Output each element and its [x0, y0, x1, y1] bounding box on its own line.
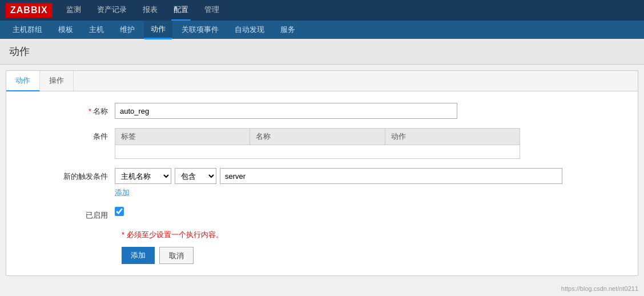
nav-item-admin[interactable]: 管理 — [202, 0, 222, 21]
enabled-checkbox[interactable] — [115, 207, 124, 216]
col-header-action: 动作 — [385, 129, 520, 145]
page-title: 动作 — [9, 45, 635, 58]
nav-item-monitor[interactable]: 监测 — [64, 0, 83, 21]
second-nav-templates[interactable]: 模板 — [51, 21, 80, 38]
button-row: 添加 取消 — [23, 247, 621, 264]
nav-item-reports[interactable]: 报表 — [140, 0, 160, 21]
enabled-control — [115, 207, 621, 216]
tab-bar: 动作 操作 — [6, 71, 638, 91]
col-header-tag: 标签 — [115, 129, 250, 145]
trigger-inputs: 主机名称 主机IP 主机元数据 包含 不包含 等于 — [115, 168, 621, 184]
conditions-empty-row — [115, 145, 520, 159]
second-nav-actions[interactable]: 动作 — [144, 21, 172, 39]
footer-link[interactable]: https://blog.csdn.net/nt0211 — [561, 285, 638, 292]
top-nav-items: 监测 资产记录 报表 配置 管理 — [64, 0, 222, 21]
second-nav-discovery[interactable]: 自动发现 — [228, 21, 271, 38]
trigger-type-select[interactable]: 主机名称 主机IP 主机元数据 — [115, 168, 171, 184]
second-nav-correlations[interactable]: 关联项事件 — [175, 21, 226, 38]
name-input[interactable] — [115, 103, 457, 119]
col-header-name: 名称 — [250, 129, 385, 145]
error-message: * 必须至少设置一个执行内容。 — [23, 230, 621, 240]
nav-item-config[interactable]: 配置 — [171, 0, 191, 21]
trigger-op-select[interactable]: 包含 不包含 等于 — [175, 168, 216, 184]
nav-item-assets[interactable]: 资产记录 — [95, 0, 129, 21]
conditions-label: 条件 — [23, 128, 115, 142]
checkbox-row — [115, 207, 621, 216]
conditions-row: 条件 标签 名称 动作 — [23, 128, 621, 159]
content-area: 动作 操作 *名称 条件 标签 名称 — [6, 70, 638, 276]
top-navigation: ZABBIX 监测 资产记录 报表 配置 管理 — [0, 0, 644, 21]
trigger-row: 新的触发条件 主机名称 主机IP 主机元数据 包含 不包含 等于 — [23, 168, 621, 198]
trigger-value-input[interactable] — [220, 168, 562, 184]
conditions-empty-cell — [115, 145, 520, 159]
second-nav-hostgroups[interactable]: 主机群组 — [6, 21, 49, 38]
enabled-row: 已启用 — [23, 207, 621, 221]
footer: https://blog.csdn.net/nt0211 — [0, 282, 644, 295]
second-nav-hosts[interactable]: 主机 — [82, 21, 111, 38]
trigger-controls: 主机名称 主机IP 主机元数据 包含 不包含 等于 添加 — [115, 168, 621, 198]
trigger-label: 新的触发条件 — [23, 168, 115, 182]
page-title-bar: 动作 — [0, 39, 644, 65]
second-nav-services[interactable]: 服务 — [273, 21, 302, 38]
required-star: * — [88, 107, 91, 115]
tab-operations[interactable]: 操作 — [40, 71, 74, 91]
tab-action[interactable]: 动作 — [6, 71, 40, 91]
enabled-label: 已启用 — [23, 207, 115, 221]
add-button[interactable]: 添加 — [122, 247, 155, 264]
name-row: *名称 — [23, 103, 621, 119]
second-navigation: 主机群组 模板 主机 维护 动作 关联项事件 自动发现 服务 — [0, 21, 644, 39]
add-condition-link[interactable]: 添加 — [115, 187, 130, 198]
logo: ZABBIX — [6, 3, 53, 18]
conditions-table: 标签 名称 动作 — [115, 128, 520, 159]
name-field-wrapper — [115, 103, 621, 119]
second-nav-maintenance[interactable]: 维护 — [113, 21, 142, 38]
name-label: *名称 — [23, 103, 115, 117]
form-area: *名称 条件 标签 名称 动作 — [6, 91, 638, 275]
cancel-button[interactable]: 取消 — [159, 247, 194, 264]
conditions-table-wrapper: 标签 名称 动作 — [115, 128, 621, 159]
